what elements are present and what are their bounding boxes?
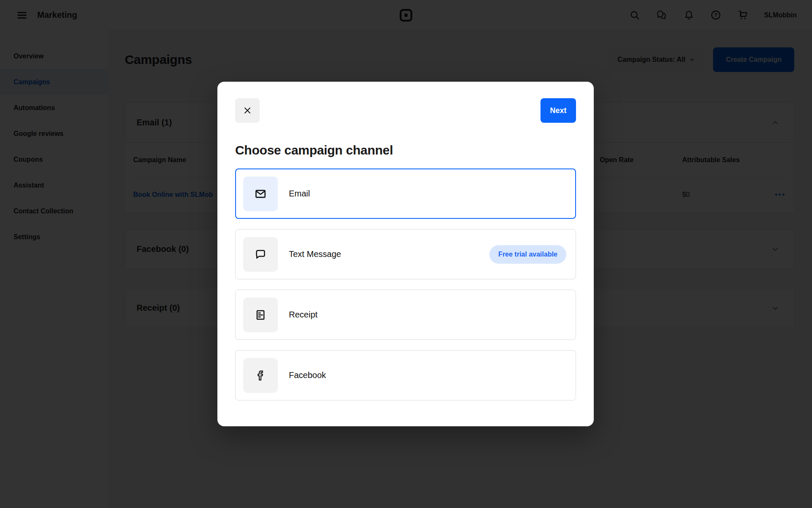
channel-option-email[interactable]: Email xyxy=(235,168,576,219)
email-icon xyxy=(243,177,278,211)
channel-option-label: Receipt xyxy=(289,310,318,320)
channel-option-facebook[interactable]: Facebook xyxy=(235,350,576,400)
channel-option-receipt[interactable]: Receipt xyxy=(235,290,576,340)
facebook-icon xyxy=(243,358,278,393)
close-button[interactable] xyxy=(235,98,260,123)
channel-option-label: Facebook xyxy=(289,370,326,380)
channel-option-text-message[interactable]: Text Message Free trial available xyxy=(235,229,576,279)
channel-option-label: Text Message xyxy=(289,249,341,259)
channel-options: Email Text Message Free trial available … xyxy=(235,168,576,400)
next-button[interactable]: Next xyxy=(540,98,576,123)
modal-header: Next xyxy=(235,98,576,123)
text-message-icon xyxy=(243,237,278,272)
channel-option-label: Email xyxy=(289,189,310,199)
receipt-icon xyxy=(243,298,278,332)
close-icon xyxy=(243,106,252,115)
choose-channel-modal: Next Choose campaign channel Email Text … xyxy=(217,82,594,426)
free-trial-badge: Free trial available xyxy=(489,245,566,264)
modal-heading: Choose campaign channel xyxy=(235,143,576,157)
